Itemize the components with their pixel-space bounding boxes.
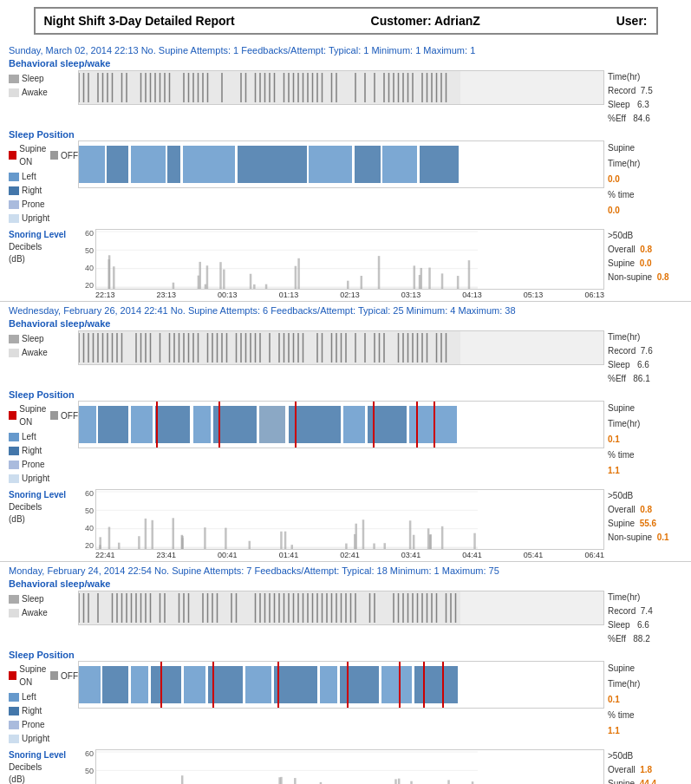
position-label-2: Sleep Position <box>9 650 682 660</box>
svg-rect-67 <box>382 146 417 183</box>
svg-rect-285 <box>245 666 271 703</box>
svg-rect-282 <box>151 666 181 703</box>
svg-rect-81 <box>361 276 363 289</box>
svg-rect-82 <box>468 260 471 289</box>
svg-rect-165 <box>131 406 153 443</box>
position-chart-area-1 <box>78 401 604 448</box>
svg-rect-167 <box>193 406 211 443</box>
sleep-legend-1: Sleep Awake <box>9 330 78 360</box>
sleep-wake-label-0: Behavioral sleep/wake <box>9 58 682 69</box>
position-legend-2: Supine ON OFF Left Right Prone <box>9 661 78 746</box>
session-1: Wednesday, February 26, 2014 22:41 No. S… <box>0 302 691 562</box>
svg-rect-186 <box>373 544 375 549</box>
xaxis-1: 22:4123:4100:4101:4102:4103:4104:4105:41… <box>78 550 604 559</box>
svg-rect-212 <box>99 537 101 549</box>
snoring-row-0: Snoring Level Decibels(dB) 60 50 40 20 2… <box>9 229 682 299</box>
sleep-stats-2: Time(hr) Record 7.4 Sleep 6.6 %Eff 88.2 <box>604 591 682 646</box>
svg-rect-214 <box>204 527 206 549</box>
svg-rect-99 <box>428 268 431 289</box>
svg-rect-192 <box>354 534 356 549</box>
svg-rect-91 <box>419 275 421 289</box>
svg-rect-211 <box>151 520 153 549</box>
svg-rect-66 <box>355 146 381 183</box>
svg-rect-290 <box>414 666 458 703</box>
position-stats-1: Supine Time(hr) 0.1 % time 1.1 <box>604 401 682 479</box>
svg-rect-68 <box>420 146 459 183</box>
svg-rect-187 <box>284 532 287 549</box>
svg-rect-85 <box>223 270 225 289</box>
sleep-chart-area-2 <box>78 591 604 625</box>
report-title: Night Shift 3-Day Detailed Report <box>44 14 235 28</box>
svg-rect-166 <box>155 406 190 443</box>
snoring-label-1: Snoring Level Decibels(dB) <box>9 489 78 526</box>
awake-legend-box <box>9 349 19 357</box>
sleep-chart-area-1 <box>78 330 604 365</box>
awake-legend-box <box>9 609 19 617</box>
svg-rect-288 <box>340 666 379 703</box>
snoring-chart-area-2: 60 50 40 20 22:5423:5400:5401:5402:5403:… <box>78 749 604 784</box>
snoring-chart-area-1: 60 50 40 20 22:4123:4100:4101:4102:4103:… <box>78 489 604 559</box>
svg-rect-88 <box>347 281 349 289</box>
svg-rect-80 <box>378 256 381 289</box>
svg-rect-286 <box>274 666 317 703</box>
svg-rect-65 <box>309 146 352 183</box>
svg-rect-193 <box>362 519 365 549</box>
svg-rect-63 <box>183 146 235 183</box>
position-chart-2 <box>78 661 604 709</box>
sessions-container: Sunday, March 02, 2014 22:13 No. Supine … <box>0 42 691 784</box>
svg-rect-287 <box>320 666 337 703</box>
sleep-chart-row-1: Sleep Awake Time(hr) Record 7.6 Sleep 6.… <box>9 330 682 386</box>
svg-rect-180 <box>96 490 478 549</box>
svg-rect-61 <box>131 146 166 183</box>
customer-info: Customer: AdrianZ <box>371 14 480 28</box>
svg-rect-60 <box>107 146 128 183</box>
svg-rect-298 <box>96 750 478 784</box>
session-0: Sunday, March 02, 2014 22:13 No. Supine … <box>0 42 691 302</box>
svg-rect-205 <box>345 544 348 549</box>
sleep-chart-row-2: Sleep Awake Time(hr) Record 7.4 Sleep 6.… <box>9 591 682 646</box>
svg-rect-97 <box>297 258 300 289</box>
svg-rect-201 <box>249 541 251 549</box>
sleep-chart-row-0: Sleep Awake Time(hr) Record 7.5 Sleep 6.… <box>9 70 682 126</box>
svg-rect-208 <box>225 528 227 549</box>
sleep-wake-label-1: Behavioral sleep/wake <box>9 318 682 329</box>
position-stats-2: Supine Time(hr) 0.1 % time 1.1 <box>604 661 682 739</box>
snoring-label-0: Snoring Level Decibels(dB) <box>9 229 78 265</box>
session-2: Monday, February 24, 2014 22:54 No. Supi… <box>0 562 691 784</box>
position-chart-row-1: Supine ON OFF Left Right Prone <box>9 401 682 486</box>
svg-rect-200 <box>413 535 415 549</box>
svg-rect-194 <box>145 519 147 549</box>
sleep-chart-area-0 <box>78 70 604 105</box>
position-chart-1 <box>78 401 604 448</box>
svg-rect-209 <box>441 526 444 549</box>
svg-rect-313 <box>278 777 281 784</box>
position-legend-0: Supine ON OFF Left Right Prone <box>9 140 78 225</box>
svg-rect-334 <box>181 775 184 784</box>
svg-rect-94 <box>219 262 222 289</box>
sleep-legend-box <box>9 335 19 343</box>
sleep-stats-1: Time(hr) Record 7.6 Sleep 6.6 %Eff 86.1 <box>604 330 682 386</box>
svg-rect-207 <box>181 538 184 549</box>
svg-rect-83 <box>113 266 115 289</box>
page-title-box: Night Shift 3-Day Detailed Report Custom… <box>34 7 658 35</box>
sleep-legend-box <box>9 75 19 83</box>
svg-rect-280 <box>102 666 128 703</box>
snoring-chart-0 <box>95 229 604 290</box>
svg-rect-199 <box>173 518 175 549</box>
svg-rect-279 <box>79 666 101 703</box>
sleep-chart-2 <box>78 591 604 625</box>
svg-rect-78 <box>173 283 175 289</box>
svg-rect-92 <box>457 276 460 289</box>
svg-rect-304 <box>398 779 401 784</box>
svg-rect-77 <box>108 255 111 289</box>
sleep-legend-0: Sleep Awake <box>9 70 78 100</box>
sleep-legend-2: Sleep Awake <box>9 591 78 620</box>
position-chart-0 <box>78 140 604 188</box>
svg-rect-198 <box>108 527 111 549</box>
snoring-chart-2 <box>95 749 604 784</box>
date-line-1: Wednesday, February 26, 2014 22:41 No. S… <box>9 305 682 316</box>
snoring-chart-area-0: 60 50 40 20 22:1323:1300:1301:1302:1303:… <box>78 229 604 299</box>
svg-rect-93 <box>250 274 252 289</box>
user-info: User: <box>616 14 648 28</box>
svg-rect-64 <box>238 146 307 183</box>
